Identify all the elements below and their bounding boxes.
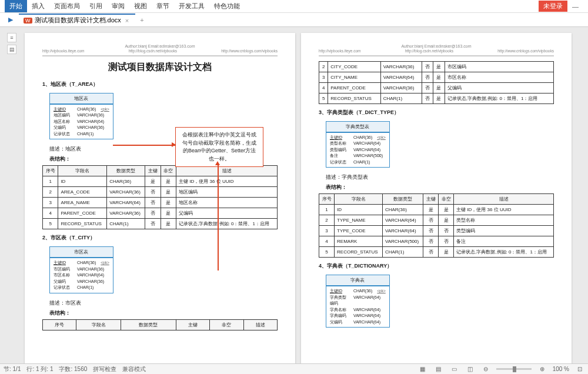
left-gutter: ≡ ▤ (7, 33, 19, 358)
menu-section[interactable]: 章节 (152, 0, 174, 12)
comment-icon[interactable]: ▤ (7, 45, 16, 54)
minimize-button[interactable]: — (567, 2, 583, 11)
status-compat: 兼容模式 (122, 365, 146, 373)
page-header-2: Author:bianj Email:edinsker@163.com http… (319, 44, 554, 56)
view-read-icon[interactable]: ◫ (465, 366, 475, 372)
menu-reference[interactable]: 引用 (85, 0, 107, 12)
table-city-cont: 2CITY_CODEVARCHAR(36)否是市区编码3CITY_NAMEVAR… (319, 61, 554, 104)
arrow-1-head (172, 142, 176, 147)
doc-title: 测试项目数据库设计文档 (42, 61, 278, 74)
section-2-heading: 2、市区表（T_CITY） (42, 234, 278, 242)
fit-button[interactable]: ⊡ (575, 366, 584, 372)
menubar: 开始 插入 页面布局 引用 审阅 视图 章节 开发工具 特色功能 未登录 — (0, 0, 588, 13)
toc-icon[interactable]: ≡ (7, 33, 16, 42)
page-2: Author:bianj Email:edinsker@163.com http… (301, 33, 572, 363)
section-1-heading: 1、地区表（T_AREA） (42, 81, 278, 88)
view-print-icon[interactable]: ▦ (417, 366, 427, 372)
mini-table-dicttype: 字典类型表 主键IDCHAR(36)<pk>类型名称VARCHAR(64)类型编… (326, 121, 390, 168)
menu-review[interactable]: 审阅 (107, 0, 129, 12)
arrow-2-line (218, 165, 219, 271)
section-4-heading: 4、字典表（T_DICTIONARY） (319, 262, 554, 270)
table-dicttype: 序号字段名数据类型主键非空描述1IDCHAR(36)是是主键 ID，使用 36 … (319, 193, 554, 258)
table-area: 序号字段名数据类型主键非空描述1IDCHAR(36)是是主键 ID，使用 36 … (42, 165, 278, 229)
page-header: Author:bianj Email:edinsker@163.com http… (42, 44, 278, 56)
home-tab-icon[interactable]: ▶ (2, 14, 19, 26)
status-spell[interactable]: 拼写检查 (93, 365, 116, 373)
zoom-value[interactable]: 100 % (553, 366, 569, 372)
arrow-1 (113, 145, 175, 146)
mini-table-city: 市区表 主键IDCHAR(36)<pk>市区编码VARCHAR(36)市区名称V… (49, 246, 113, 293)
tabbar: ▶ W 测试项目数据库设计文档.docx × + (0, 13, 588, 27)
status-page: 节: 1/1 (4, 365, 21, 373)
section-3-heading: 3、字典类型表（T_DICT_TYPE） (319, 109, 554, 116)
login-button[interactable]: 未登录 (539, 1, 567, 12)
statusbar: 节: 1/1 行: 1 列: 1 字数: 1560 拼写检查 兼容模式 ▦ ▤ … (0, 363, 588, 374)
page-1: Author:bianj Email:edinsker@163.com http… (25, 33, 295, 363)
word-icon: W (24, 18, 32, 24)
menu-view[interactable]: 视图 (129, 0, 152, 12)
mini-table-area: 地区表 主键IDCHAR(36)<pk>地区编码VARCHAR(36)地区名称V… (49, 93, 113, 140)
mini-table-dict: 字典表 主键IDCHAR(36)<pk>字典类型编码VARCHAR(64)字典名… (326, 275, 390, 328)
desc-dicttype: 描述：字典类型表 (326, 173, 554, 181)
zoom-in-button[interactable]: ⊕ (537, 366, 547, 372)
arrow-2-head (215, 161, 220, 165)
menu-layout[interactable]: 页面布局 (49, 0, 85, 12)
menu-devtools[interactable]: 开发工具 (174, 0, 209, 12)
document-tab[interactable]: W 测试项目数据库设计文档.docx × (19, 14, 135, 26)
close-tab-icon[interactable]: × (123, 17, 131, 24)
struct-city: 表结构： (49, 309, 278, 317)
menu-insert[interactable]: 插入 (27, 0, 49, 12)
menu-special[interactable]: 特色功能 (209, 0, 245, 12)
struct-dicttype: 表结构： (326, 183, 554, 191)
workspace: ≡ ▤ Author:bianj Email:edinsker@163.com … (0, 27, 588, 363)
add-tab-button[interactable]: + (135, 16, 148, 24)
tab-filename: 测试项目数据库设计文档.docx (35, 16, 121, 25)
table-city-head: 序号字段名数据类型主键非空描述 (42, 319, 278, 330)
status-words: 字数: 1560 (59, 365, 87, 373)
menu-start[interactable]: 开始 (5, 0, 27, 12)
status-line: 行: 1 列: 1 (26, 365, 53, 373)
view-web-icon[interactable]: ▭ (449, 366, 459, 372)
view-outline-icon[interactable]: ▤ (433, 366, 443, 372)
zoom-out-button[interactable]: ⊖ (481, 366, 490, 372)
desc-city: 描述：市区表 (49, 299, 278, 307)
zoom-slider[interactable] (496, 368, 532, 370)
